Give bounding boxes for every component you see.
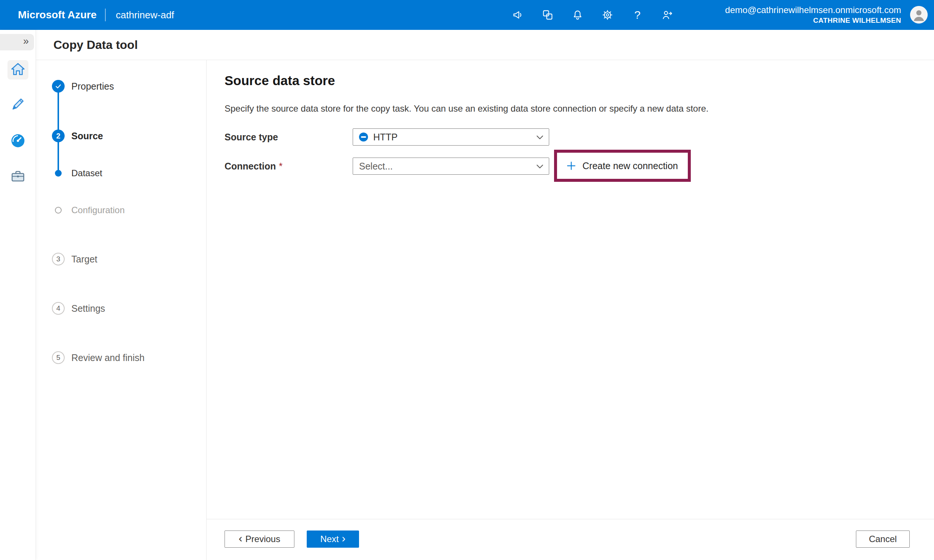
- avatar[interactable]: [910, 6, 928, 23]
- pencil-icon: [10, 96, 26, 114]
- step-number-badge: 3: [52, 253, 65, 265]
- step-label: Settings: [71, 302, 105, 315]
- azure-brand[interactable]: Microsoft Azure: [18, 0, 97, 30]
- create-new-connection-button[interactable]: Create new connection: [557, 153, 688, 179]
- footer-divider: [206, 519, 934, 519]
- question-mark-glyph: ?: [634, 9, 641, 21]
- settings-gear-icon[interactable]: [601, 8, 614, 22]
- chevron-down-icon: [535, 162, 544, 172]
- step-label: Review and finish: [71, 351, 145, 364]
- content-divider: [206, 60, 207, 560]
- previous-button-label: Previous: [245, 534, 280, 544]
- step-number-badge: 5: [52, 351, 65, 364]
- sidebar-item-author[interactable]: [8, 95, 28, 115]
- factory-name[interactable]: cathrinew-adf: [116, 0, 174, 30]
- connection-placeholder: Select...: [359, 161, 393, 172]
- sidebar-item-manage[interactable]: [8, 167, 28, 187]
- step-label: Target: [71, 253, 97, 265]
- step-label: Dataset: [71, 167, 102, 180]
- page-title: Copy Data tool: [54, 38, 138, 52]
- step-label: Configuration: [71, 204, 125, 217]
- source-type-label: Source type: [225, 132, 278, 143]
- http-connector-icon: [359, 132, 368, 142]
- cancel-button[interactable]: Cancel: [856, 531, 910, 548]
- step-properties[interactable]: Properties: [52, 80, 114, 92]
- previous-button[interactable]: ‹ Previous: [225, 531, 294, 548]
- step-review-and-finish[interactable]: 5 Review and finish: [52, 351, 145, 364]
- chevron-right-icon: ›: [342, 533, 345, 544]
- step-number-badge: 4: [52, 302, 65, 315]
- sidebar-item-monitor[interactable]: [8, 132, 28, 151]
- substep-dot-icon: [52, 167, 65, 180]
- step-label: Properties: [71, 80, 114, 92]
- topbar-separator: [105, 9, 106, 21]
- section-description: Specify the source data store for the co…: [225, 103, 708, 114]
- step-configuration[interactable]: Configuration: [52, 204, 125, 217]
- user-email: demo@cathrinewilhelmsen.onmicrosoft.com: [725, 5, 901, 16]
- announcements-megaphone-icon[interactable]: [511, 8, 524, 22]
- toolbox-icon: [10, 168, 26, 186]
- step-source[interactable]: 2 Source: [52, 129, 103, 142]
- source-type-dropdown[interactable]: HTTP: [353, 128, 549, 146]
- substep-circle-icon: [52, 204, 65, 217]
- connection-label-text: Connection: [225, 161, 276, 171]
- step-settings[interactable]: 4 Settings: [52, 302, 105, 315]
- step-target[interactable]: 3 Target: [52, 253, 97, 265]
- chevron-down-icon: [535, 133, 544, 143]
- connection-dropdown[interactable]: Select...: [353, 157, 549, 175]
- step-completed-check-icon: [52, 80, 65, 92]
- step-number-badge: 2: [52, 129, 65, 142]
- switch-view-icon[interactable]: [541, 8, 555, 22]
- topbar-icon-group: ?: [511, 0, 674, 30]
- section-heading: Source data store: [225, 73, 335, 88]
- chevron-left-icon: ‹: [239, 533, 242, 544]
- sidebar-expand-button[interactable]: »: [0, 34, 34, 51]
- gauge-icon: [10, 132, 26, 151]
- azure-portal-page: Microsoft Azure cathrinew-adf ?: [0, 0, 934, 560]
- feedback-person-icon[interactable]: [661, 8, 674, 22]
- cancel-button-label: Cancel: [869, 534, 897, 544]
- help-icon[interactable]: ?: [630, 8, 644, 22]
- left-sidebar: »: [0, 30, 36, 560]
- home-icon: [10, 61, 26, 79]
- step-label: Source: [71, 129, 103, 142]
- topbar: Microsoft Azure cathrinew-adf ?: [0, 0, 934, 30]
- header-divider: [36, 60, 934, 60]
- next-button-label: Next: [320, 534, 339, 544]
- next-button[interactable]: Next ›: [307, 531, 359, 548]
- create-new-connection-label: Create new connection: [583, 160, 678, 171]
- notifications-bell-icon[interactable]: [571, 8, 584, 22]
- source-type-value: HTTP: [373, 132, 398, 143]
- plus-icon: [565, 160, 577, 172]
- annotation-highlight-box: Create new connection: [554, 150, 691, 182]
- connection-label: Connection*: [225, 161, 282, 172]
- step-dataset[interactable]: Dataset: [52, 167, 102, 180]
- user-name: CATHRINE WILHELMSEN: [725, 16, 901, 25]
- double-chevron-icon: »: [23, 35, 29, 47]
- account-info[interactable]: demo@cathrinewilhelmsen.onmicrosoft.com …: [725, 5, 901, 25]
- required-asterisk: *: [279, 161, 283, 171]
- sidebar-item-home[interactable]: [8, 60, 28, 80]
